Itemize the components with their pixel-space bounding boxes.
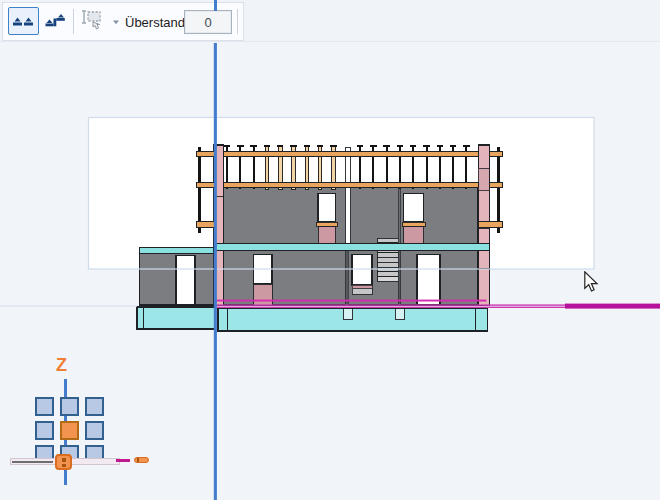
projection-cell[interactable]: [35, 397, 54, 416]
section-step-mode-button[interactable]: [42, 7, 69, 35]
annex-slab: [140, 248, 215, 254]
overhang-input[interactable]: [186, 12, 230, 32]
og-window: [318, 194, 336, 223]
projection-cell[interactable]: [85, 397, 104, 416]
eg-door: [417, 255, 440, 306]
annex-door: [176, 256, 195, 306]
section-level-mode-button[interactable]: [8, 7, 39, 35]
apply-handles-button[interactable]: [79, 7, 109, 35]
og-window: [404, 194, 424, 223]
plane-dash-orange: [134, 457, 149, 463]
projection-cell[interactable]: [60, 397, 79, 416]
projection-widget: Z: [0, 355, 165, 475]
application-window: Überstand Z: [0, 0, 660, 500]
floor-slab: [214, 244, 489, 251]
level-marks-icon: [12, 14, 36, 28]
overhang-label: Überstand: [125, 15, 185, 30]
plane-handle[interactable]: [55, 454, 72, 470]
projection-cell[interactable]: [35, 421, 54, 440]
step-marks-icon: [45, 13, 67, 29]
mouse-cursor: [584, 271, 599, 297]
section-toolbar: Überstand: [2, 2, 244, 41]
projection-cell-center[interactable]: [60, 421, 79, 440]
toolbar-separator: [237, 9, 238, 34]
eg-door-stair: [352, 255, 372, 286]
axis-line-blue: [214, 43, 217, 500]
ground-line-left: [0, 305, 137, 306]
foundation-slab: [137, 307, 487, 331]
dropdown-caret-icon[interactable]: [112, 20, 120, 25]
plane-bar-line: [12, 461, 53, 463]
overhang-input-frame: [184, 10, 232, 34]
plane-dash-magenta: [116, 459, 130, 462]
toolbar-separator: [73, 9, 74, 34]
resize-handle-icon: [81, 10, 107, 32]
projection-cell[interactable]: [85, 421, 104, 440]
z-axis-label: Z: [56, 355, 67, 376]
axis-line-top-dash: [214, 0, 217, 11]
